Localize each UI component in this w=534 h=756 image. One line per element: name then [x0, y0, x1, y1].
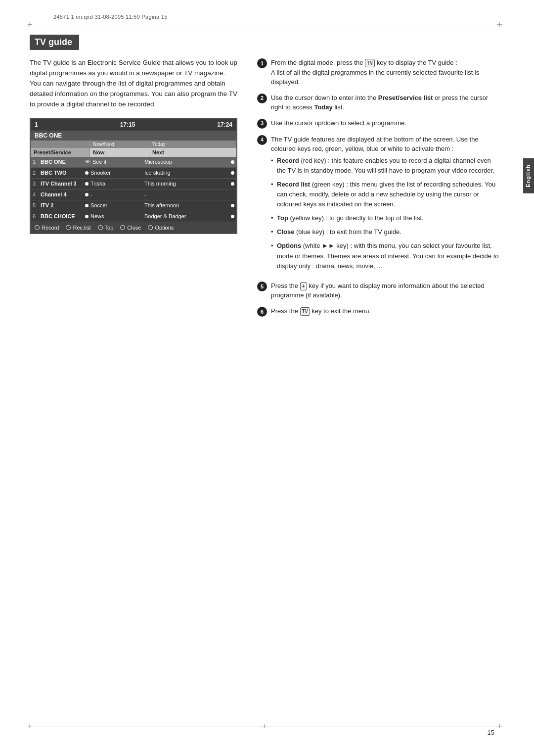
step-4: 4 The TV guide features are displayed at… [257, 135, 499, 275]
tg-footer-close-label: Close [127, 225, 141, 231]
step-1: 1 From the digital mode, press the TV ke… [257, 58, 499, 87]
tg-row5-name: ITV 2 [39, 201, 83, 209]
tg-body: 1 BBC ONE 👁 See it Microscoop 2 BBC TWO … [31, 157, 236, 222]
tg-row4-num: 4 [31, 190, 39, 198]
tg-row-6: 6 BBC CHOICE News Bodger & Badger [31, 211, 236, 222]
tg-row3-next: This morning [142, 180, 236, 188]
tg-row2-now: Snooker [83, 169, 142, 177]
tg-row4-now: - [83, 190, 142, 198]
step-5-number: 5 [257, 282, 267, 291]
bullet-top: Top (yellow key) : to go directly to the… [271, 213, 499, 223]
tg-row1-num: 1 [31, 158, 39, 166]
tg-time2: 17:24 [217, 121, 232, 128]
step-4-text: The TV guide features are displayed at t… [271, 135, 499, 275]
left-column: The TV guide is an Electronic Service Gu… [30, 58, 237, 323]
tg-row6-next: Bodger & Badger [142, 212, 236, 220]
tg-sh-today: Today [149, 141, 236, 148]
bullet-list: Record (red key) : this feature enables … [271, 156, 499, 271]
header-meta: 24571.1 en.qxd 31-08-2005 11:59 Pagina 1… [53, 14, 168, 20]
sidebar-language-tab: English [523, 158, 534, 193]
step-5-text: Press the + key if you want to display m… [271, 281, 499, 300]
tg-row-4: 4 Channel 4 - - [31, 189, 236, 200]
tg-row-5: 5 ITV 2 Soccer This afternoon [31, 200, 236, 211]
step-1-text: From the digital mode, press the TV key … [271, 58, 499, 87]
tg-row4-next: - [142, 190, 236, 198]
reg-mark-tl [27, 20, 37, 30]
tg-row2-num: 2 [31, 169, 39, 177]
tg-footer: Record Rec.list Top Close [31, 222, 236, 233]
tg-row1-now: 👁 See it [83, 158, 142, 166]
steps-list: 1 From the digital mode, press the TV ke… [257, 58, 499, 317]
bullet-record-list: Record list (green key) : this menu give… [271, 180, 499, 209]
tg-row1-name: BBC ONE [39, 158, 83, 166]
tg-channel-num: 1 [35, 121, 38, 128]
reg-mark-bl [27, 721, 37, 731]
tg-col-now-header: Now [90, 148, 149, 157]
tg-footer-circle-close [120, 225, 125, 230]
tg-footer-circle-reclist [66, 225, 71, 230]
key-tv-guide: TV [365, 59, 375, 67]
step-3-text: Use the cursor up/down to select a progr… [271, 118, 499, 129]
tg-row1-next: Microscoop [142, 158, 236, 166]
tg-footer-circle-top [98, 225, 103, 230]
tg-row-3: 3 ITV Channel 3 Trisha This morning [31, 179, 236, 189]
tg-row6-now: News [83, 212, 142, 220]
tg-footer-reclist-label: Rec.list [73, 225, 90, 231]
tg-row6-num: 6 [31, 212, 39, 220]
tg-footer-circle-options [148, 225, 153, 230]
two-column-layout: The TV guide is an Electronic Service Gu… [30, 58, 499, 323]
tg-footer-options-label: Options [155, 225, 174, 231]
step-6-text: Press the TV key to exit the menu. [271, 306, 499, 317]
tg-row3-name: ITV Channel 3 [39, 180, 83, 188]
bullet-options: Options (white ►► key) : with this menu,… [271, 241, 499, 271]
step-6-number: 6 [257, 307, 267, 317]
tg-footer-close: Close [120, 225, 141, 231]
tg-row-1: 1 BBC ONE 👁 See it Microscoop [31, 157, 236, 168]
tg-row5-next: This afternoon [142, 201, 236, 209]
step-1-number: 1 [257, 58, 267, 68]
key-info: + [300, 282, 307, 290]
tg-header-row: 1 17:15 17:24 [31, 119, 236, 131]
tg-row6-name: BBC CHOICE [39, 212, 83, 220]
tg-sh-nownext: Now/Next [90, 141, 149, 148]
main-content: TV guide The TV guide is an Electronic S… [30, 35, 514, 323]
tg-footer-top-label: Top [105, 225, 114, 231]
tg-col-headers: Preset/Service Now Next [31, 148, 236, 157]
bullet-record: Record (red key) : this feature enables … [271, 156, 499, 176]
step-6: 6 Press the TV key to exit the menu. [257, 306, 499, 317]
tg-time1: 17:15 [120, 121, 135, 128]
tg-channel-label: BBC ONE [31, 131, 236, 141]
step-2-text: Use the cursor down to enter into the Pr… [271, 93, 499, 112]
reg-mark-center [262, 721, 272, 731]
tg-row-2: 2 BBC TWO Snooker Ice skating [31, 168, 236, 179]
page-number: 15 [488, 729, 494, 736]
tv-guide-screenshot: 1 17:15 17:24 BBC ONE Now/Next Today [30, 118, 237, 234]
tg-footer-options: Options [148, 225, 174, 231]
reg-mark-br [497, 721, 507, 731]
intro-paragraph-1: The TV guide is an Electronic Service Gu… [30, 58, 237, 110]
step-3: 3 Use the cursor up/down to select a pro… [257, 118, 499, 129]
tg-footer-circle-record [35, 225, 40, 230]
tg-footer-record: Record [35, 225, 59, 231]
section-title: TV guide [30, 35, 79, 50]
tg-row2-next: Ice skating [142, 169, 236, 177]
tg-col-next-header: Next [149, 148, 236, 157]
top-rule [30, 25, 504, 25]
tg-row2-name: BBC TWO [39, 169, 83, 177]
reg-mark-tr [497, 20, 507, 30]
tg-row5-now: Soccer [83, 201, 142, 209]
tg-footer-record-label: Record [42, 225, 59, 231]
step-3-number: 3 [257, 119, 267, 129]
tg-subheader: Now/Next Today [31, 141, 236, 148]
step-2-number: 2 [257, 94, 267, 103]
tg-row3-now: Trisha [83, 180, 142, 188]
bottom-rule [30, 726, 504, 726]
step-5: 5 Press the + key if you want to display… [257, 281, 499, 300]
tg-row4-name: Channel 4 [39, 190, 83, 198]
tg-col-preset-header: Preset/Service [31, 148, 90, 157]
step-4-number: 4 [257, 135, 267, 145]
tg-sh-empty [31, 141, 90, 148]
tg-footer-top: Top [98, 225, 114, 231]
key-exit: TV [300, 307, 310, 316]
bullet-close: Close (blue key) : to exit from the TV g… [271, 227, 499, 237]
